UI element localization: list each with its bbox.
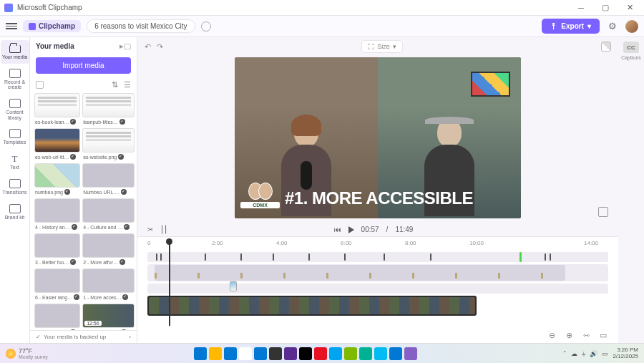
- window-titlebar: Microsoft Clipchamp ─ ▢ ✕: [0, 0, 644, 16]
- cloud-check-icon: ✓: [36, 334, 41, 340]
- media-clip[interactable]: 12:56video1589229…: [82, 304, 135, 330]
- media-clip[interactable]: 4 - History an…: [34, 198, 80, 231]
- video-preview[interactable]: CDMX #1. MORE ACCESSIBLE: [235, 57, 521, 218]
- taskbar-app-icon[interactable]: [329, 347, 342, 360]
- taskbar-app-icon[interactable]: [224, 347, 237, 360]
- sync-icon[interactable]: [201, 21, 211, 32]
- top-toolbar: Clipchamp 6 reasons to visit Mexico City…: [0, 16, 644, 37]
- brand-chip[interactable]: Clipchamp: [23, 20, 81, 32]
- media-clip[interactable]: es-website.png: [82, 128, 135, 161]
- system-tray[interactable]: ˄ ☁ ⏚ 🔊 ▭ 3:26 PM 2/12/2025: [563, 347, 638, 360]
- media-clip[interactable]: numbeo.png: [34, 163, 80, 196]
- audio-clip[interactable]: [155, 265, 565, 281]
- playhead[interactable]: [169, 238, 170, 326]
- taskbar-app-icon[interactable]: [254, 347, 267, 360]
- media-clip[interactable]: 3 - Better foo…: [34, 233, 80, 266]
- window-title: Microsoft Clipchamp: [17, 4, 82, 11]
- overlay-clip[interactable]: [230, 281, 237, 291]
- color-picker-button[interactable]: [601, 42, 611, 52]
- rail-transitions[interactable]: Transitions: [1, 175, 29, 199]
- collapse-icon[interactable]: ▸▢: [119, 42, 131, 51]
- taskbar-app-icon[interactable]: [194, 347, 207, 360]
- project-title-input[interactable]: 6 reasons to visit Mexico City: [87, 19, 195, 33]
- filter-icon[interactable]: ⇅: [112, 80, 118, 89]
- split-button[interactable]: ✂: [147, 226, 153, 233]
- prev-frame-button[interactable]: ⏮: [334, 226, 341, 233]
- media-clip[interactable]: 1 - More acces…: [82, 268, 135, 301]
- tray-chevron-icon[interactable]: ˄: [563, 350, 567, 357]
- track-audio[interactable]: [147, 264, 608, 281]
- captions-button[interactable]: CC: [623, 42, 639, 53]
- play-button[interactable]: [348, 226, 354, 233]
- close-button[interactable]: ✕: [620, 1, 640, 15]
- taskbar-app-icon[interactable]: [269, 347, 282, 360]
- taskbar-app-icon[interactable]: [404, 347, 417, 360]
- taskbar-app-icon[interactable]: [284, 347, 297, 360]
- volume-icon[interactable]: 🔊: [590, 350, 597, 357]
- taskbar-app-icon[interactable]: [344, 347, 357, 360]
- track-overlay[interactable]: [147, 284, 608, 294]
- timeline-ruler[interactable]: 02:004:006:008:0010:0014:00: [147, 240, 608, 250]
- media-clip[interactable]: Numbeo URL …: [82, 163, 135, 196]
- media-clip[interactable]: leanpub-titles…: [82, 93, 135, 126]
- rail-record[interactable]: Record & create: [1, 65, 29, 94]
- taskbar-apps: [194, 347, 417, 360]
- weather-widget[interactable]: 77°F Mostly sunny: [6, 347, 48, 359]
- rail-text[interactable]: Text: [1, 150, 29, 174]
- zoom-in-button[interactable]: ⊕: [564, 330, 574, 340]
- taskbar-app-icon[interactable]: [359, 347, 372, 360]
- timeline-tools: ⊖ ⊕ ⇿ ▭: [547, 330, 608, 340]
- rail-your-media[interactable]: Your media: [1, 40, 29, 64]
- select-all-checkbox[interactable]: [36, 81, 44, 89]
- rail-content-library[interactable]: Content library: [1, 95, 29, 124]
- chevron-right-icon[interactable]: ›: [129, 334, 131, 340]
- clock-date: 2/12/2025: [613, 354, 638, 360]
- timeline[interactable]: 02:004:006:008:0010:0014:00: [137, 236, 618, 343]
- track-markers[interactable]: [147, 252, 608, 262]
- taskbar-app-icon[interactable]: [314, 347, 327, 360]
- taskbar-app-icon[interactable]: [239, 347, 252, 360]
- crop-icon: ⛶: [368, 43, 374, 50]
- media-clip[interactable]: es-book-lean…: [34, 93, 80, 126]
- track-video[interactable]: [147, 296, 477, 316]
- rail-templates[interactable]: Templates: [1, 125, 29, 149]
- media-clip[interactable]: 6 - Easier lang…: [34, 268, 80, 301]
- import-media-button[interactable]: Import media: [36, 57, 131, 74]
- rail-label: Text: [10, 165, 19, 170]
- media-clip[interactable]: es-web-url-tit…: [34, 128, 80, 161]
- upload-icon: ⭱: [550, 22, 557, 30]
- redo-button[interactable]: ↷: [157, 42, 163, 52]
- fit-button[interactable]: ⇿: [581, 330, 591, 340]
- brand-icon: [9, 204, 21, 213]
- taskbar-clock[interactable]: 3:26 PM 2/12/2025: [613, 347, 638, 360]
- cloud-icon[interactable]: ☁: [571, 350, 577, 357]
- media-clip[interactable]: 5 - Nicer peo…: [34, 304, 80, 330]
- taskbar-app-icon[interactable]: [374, 347, 387, 360]
- taskbar-app-icon[interactable]: [389, 347, 402, 360]
- taskbar-app-icon[interactable]: [209, 347, 222, 360]
- export-button[interactable]: ⭱ Export ▾: [542, 19, 600, 34]
- settings-button[interactable]: ⚙: [605, 19, 620, 34]
- maximize-button[interactable]: ▢: [595, 1, 615, 15]
- media-clip[interactable]: 2 - More affor…: [82, 233, 135, 266]
- minimize-button[interactable]: ─: [571, 1, 591, 15]
- fullscreen-button[interactable]: [598, 207, 608, 217]
- media-clip[interactable]: 4 - Culture and …: [82, 198, 135, 231]
- zoom-out-button[interactable]: ⊖: [547, 330, 557, 340]
- time-total: 11:49: [395, 226, 413, 233]
- size-selector[interactable]: ⛶ Size ▾: [361, 40, 403, 53]
- menu-button[interactable]: [6, 23, 17, 29]
- sort-icon[interactable]: ☰: [124, 80, 131, 89]
- rail-label: Content library: [2, 110, 28, 120]
- rail-brand-kit[interactable]: Brand kit: [1, 200, 29, 224]
- user-avatar[interactable]: [625, 20, 638, 33]
- undo-button[interactable]: ↶: [145, 42, 151, 52]
- battery-icon[interactable]: ▭: [602, 350, 608, 357]
- weather-temp: 77°F: [19, 347, 48, 354]
- wifi-icon[interactable]: ⏚: [582, 350, 585, 357]
- taskbar-app-icon[interactable]: [299, 347, 312, 360]
- expand-tracks-button[interactable]: ▭: [598, 330, 608, 340]
- trim-button[interactable]: ⎮⎮: [160, 226, 167, 233]
- wall-art-icon: [471, 72, 510, 97]
- stage-area: ↶ ↷ ⛶ Size ▾: [137, 37, 618, 343]
